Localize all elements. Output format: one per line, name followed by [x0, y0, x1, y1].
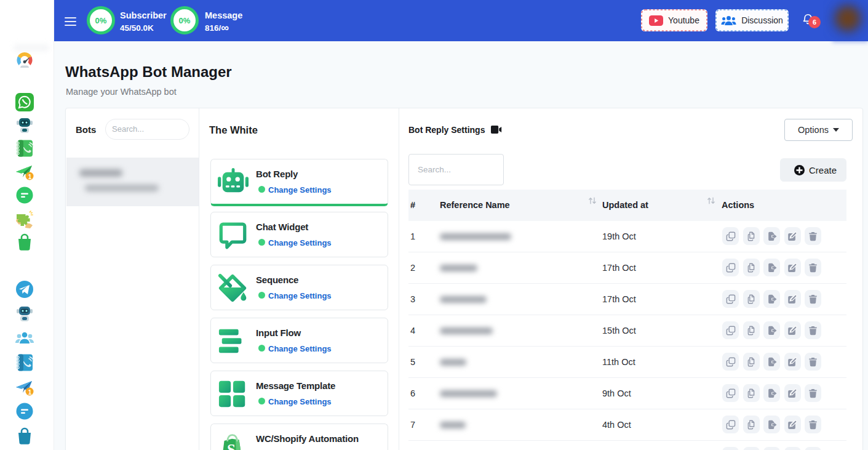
svg-text:1: 1: [28, 389, 32, 396]
svg-text:S: S: [227, 441, 236, 450]
svg-text:1: 1: [28, 174, 32, 180]
